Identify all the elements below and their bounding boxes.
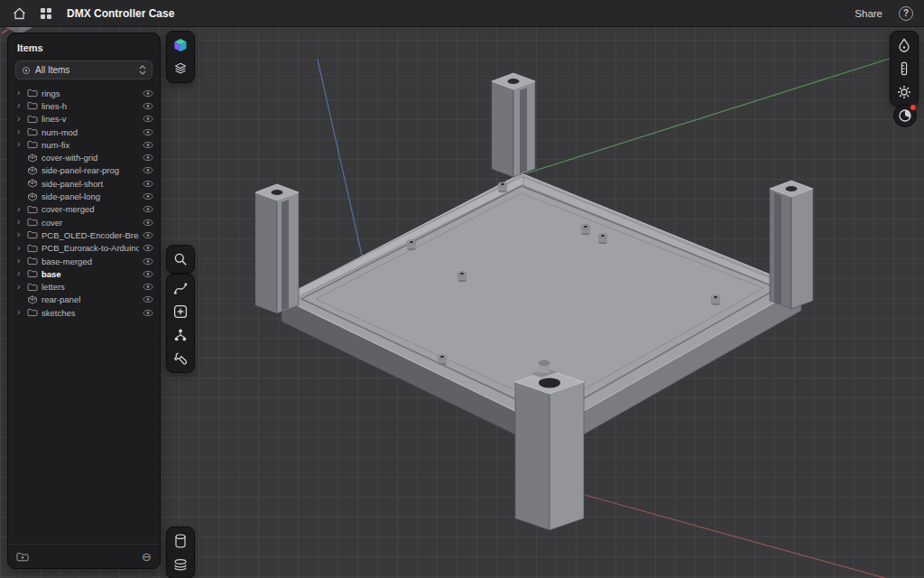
share-button[interactable]: Share bbox=[849, 6, 888, 21]
list-item[interactable]: › num-mod bbox=[8, 126, 160, 138]
appearance-button[interactable] bbox=[893, 34, 915, 56]
item-label: cover-with-grid bbox=[42, 153, 139, 163]
orientation-cube-button[interactable] bbox=[170, 34, 191, 56]
model-pillar-rear[interactable] bbox=[492, 73, 535, 177]
ruler-icon bbox=[900, 61, 909, 76]
new-folder-button[interactable] bbox=[16, 552, 29, 562]
adjust-tool-button[interactable] bbox=[170, 348, 191, 369]
list-item[interactable]: › lines-h bbox=[8, 99, 160, 112]
folder-icon bbox=[27, 115, 38, 124]
spline-tool-button[interactable] bbox=[170, 277, 191, 299]
chevron-right-icon[interactable]: › bbox=[17, 205, 23, 214]
chevron-right-icon[interactable]: › bbox=[17, 244, 23, 253]
visibility-eye-icon[interactable] bbox=[143, 283, 153, 291]
plus-square-icon bbox=[173, 304, 188, 319]
list-item[interactable]: › side-panel-rear-prog bbox=[8, 164, 160, 177]
visibility-eye-icon[interactable] bbox=[143, 309, 153, 317]
bodies-display-button[interactable] bbox=[170, 530, 191, 552]
body-icon bbox=[27, 295, 38, 304]
home-icon bbox=[13, 7, 26, 20]
list-item[interactable]: › PCB_Eurorack-to-Arduino-… bbox=[8, 242, 160, 255]
sketches-display-button[interactable] bbox=[170, 554, 191, 575]
chevron-right-icon[interactable]: › bbox=[17, 101, 23, 110]
list-item[interactable]: › cover bbox=[8, 216, 160, 228]
list-item[interactable]: › base-merged bbox=[8, 255, 160, 267]
visibility-eye-icon[interactable] bbox=[143, 231, 153, 239]
visibility-eye-icon[interactable] bbox=[143, 192, 153, 200]
folder-icon bbox=[27, 218, 38, 227]
list-item[interactable]: › rear-panel bbox=[8, 294, 160, 306]
folder-icon bbox=[27, 205, 38, 214]
help-button[interactable]: ? bbox=[899, 6, 913, 21]
chevron-right-icon[interactable]: › bbox=[17, 140, 23, 149]
item-label: side-panel-rear-prog bbox=[42, 165, 139, 175]
right-tools-group bbox=[890, 31, 919, 107]
visibility-eye-icon[interactable] bbox=[143, 180, 153, 188]
visibility-eye-icon[interactable] bbox=[143, 257, 153, 266]
chevron-right-icon[interactable]: › bbox=[17, 269, 23, 278]
item-label: num-fix bbox=[42, 140, 139, 150]
folder-icon bbox=[27, 283, 38, 292]
visibility-eye-icon[interactable] bbox=[143, 154, 153, 162]
visibility-eye-icon[interactable] bbox=[143, 115, 153, 123]
chevron-right-icon[interactable]: › bbox=[17, 256, 23, 266]
collapse-all-button[interactable]: ⊖ bbox=[142, 551, 152, 563]
item-label: PCB_Eurorack-to-Arduino-… bbox=[42, 243, 139, 253]
measure-button[interactable] bbox=[893, 58, 915, 79]
folder-icon bbox=[27, 140, 38, 149]
spline-icon bbox=[173, 281, 188, 295]
add-tool-button[interactable] bbox=[170, 301, 191, 322]
chevron-right-icon[interactable]: › bbox=[17, 308, 23, 317]
hierarchy-tool-button[interactable] bbox=[170, 324, 191, 346]
folder-icon bbox=[27, 308, 38, 317]
list-item[interactable]: › cover-with-grid bbox=[8, 151, 160, 163]
chevron-right-icon[interactable]: › bbox=[17, 218, 23, 227]
projects-button[interactable] bbox=[38, 5, 54, 22]
settings-button[interactable] bbox=[893, 81, 915, 103]
visibility-eye-icon[interactable] bbox=[143, 295, 153, 303]
chevron-right-icon[interactable]: › bbox=[17, 127, 23, 136]
list-item[interactable]: › sketches bbox=[8, 306, 160, 319]
list-item[interactable]: › lines-v bbox=[8, 113, 160, 126]
items-filter-dropdown[interactable]: All Items bbox=[15, 61, 152, 79]
visibility-eye-icon[interactable] bbox=[143, 166, 153, 174]
list-item[interactable]: › rings bbox=[8, 87, 160, 99]
item-label: rear-panel bbox=[42, 294, 139, 304]
topbar: DMX Controller Case Share ? bbox=[0, 0, 924, 27]
sync-status-button[interactable] bbox=[893, 104, 917, 127]
list-item[interactable]: › letters bbox=[8, 280, 160, 293]
home-button[interactable] bbox=[11, 5, 27, 22]
list-item[interactable]: › PCB_OLED-Encoder-Breako… bbox=[8, 228, 160, 241]
visibility-eye-icon[interactable] bbox=[143, 244, 153, 252]
zoom-button[interactable] bbox=[170, 248, 191, 270]
visibility-eye-icon[interactable] bbox=[143, 89, 153, 98]
axis-x-red bbox=[585, 495, 924, 578]
model-pillar-right[interactable] bbox=[770, 181, 813, 309]
model-pillar-front[interactable] bbox=[515, 360, 584, 530]
list-item[interactable]: › side-panel-long bbox=[8, 190, 160, 202]
visibility-eye-icon[interactable] bbox=[143, 141, 153, 149]
item-label: cover bbox=[42, 218, 139, 228]
chevron-right-icon[interactable]: › bbox=[17, 283, 23, 292]
droplet-icon bbox=[898, 38, 910, 52]
visibility-eye-icon[interactable] bbox=[143, 205, 153, 213]
chevron-right-icon[interactable]: › bbox=[17, 89, 23, 98]
visibility-eye-icon[interactable] bbox=[143, 102, 153, 110]
chevron-right-icon[interactable]: › bbox=[17, 230, 23, 239]
folder-icon bbox=[27, 101, 38, 110]
chevron-right-icon[interactable]: › bbox=[17, 115, 23, 124]
layers-icon bbox=[173, 61, 188, 76]
list-item[interactable]: › cover-merged bbox=[8, 203, 160, 216]
item-label: rings bbox=[42, 89, 139, 98]
list-item[interactable]: › num-fix bbox=[8, 138, 160, 151]
list-item[interactable]: › side-panel-short bbox=[8, 177, 160, 190]
visibility-eye-icon[interactable] bbox=[143, 270, 153, 278]
display-layers-button[interactable] bbox=[170, 58, 191, 79]
folder-icon bbox=[27, 127, 38, 136]
model-pillar-left[interactable] bbox=[255, 184, 299, 313]
view-settings-group bbox=[166, 31, 195, 83]
usage-pie-icon bbox=[898, 108, 912, 123]
visibility-eye-icon[interactable] bbox=[143, 219, 153, 227]
list-item[interactable]: › base bbox=[8, 267, 160, 280]
visibility-eye-icon[interactable] bbox=[143, 128, 153, 136]
